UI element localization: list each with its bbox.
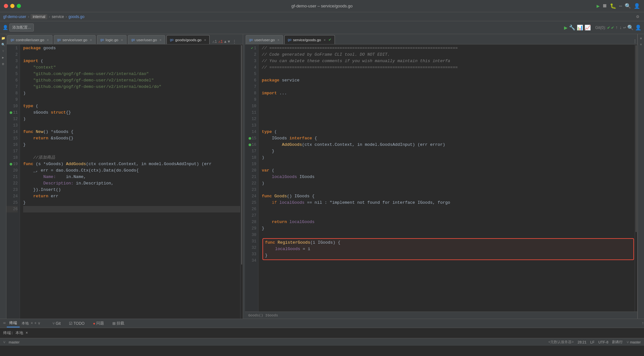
sidebar-extensions-icon[interactable]: ⊞ <box>1 61 6 67</box>
terminal-add-icon[interactable]: + <box>34 321 36 326</box>
run-gutter-15[interactable] <box>249 137 251 140</box>
add-config-button[interactable]: 添加配置... <box>9 23 34 32</box>
run-config-icon[interactable]: ▶ <box>564 24 568 31</box>
git-push-icon[interactable]: ↑ <box>615 25 618 30</box>
tab-error-badge[interactable]: ⚠1 <box>218 39 223 44</box>
run-gutter-10[interactable] <box>10 111 12 114</box>
sidebar-search-icon[interactable]: 🔍 <box>1 42 6 47</box>
breadcrumb-module[interactable]: internal <box>31 14 47 19</box>
bottom-tab-git[interactable]: ⑂ Git <box>50 320 63 327</box>
code-line <box>262 232 635 238</box>
sidebar-right-icon2[interactable]: ≡ <box>639 42 644 47</box>
left-editor-panel: go controller/user.go × go service/user.… <box>6 34 243 319</box>
sidebar-right-icon1[interactable]: ⊞ <box>639 36 644 41</box>
bottom-tab-todo[interactable]: ☑ TODO <box>66 320 87 327</box>
code-line <box>262 109 635 116</box>
tab-right-service-goods[interactable]: go service/goods.go × ✔ <box>284 35 335 44</box>
tab-close-icon[interactable]: × <box>277 38 279 42</box>
todo-icon: ☑ <box>69 321 72 326</box>
profile-icon[interactable]: 👤 <box>3 25 8 30</box>
git-undo-icon[interactable]: ↩ <box>623 25 626 30</box>
tab-user-user[interactable]: go user/user.go × <box>128 35 165 44</box>
tab-chevron-up[interactable]: ▲ <box>224 40 226 44</box>
git-check-icon[interactable]: ✔ <box>607 25 610 30</box>
right-tab-more-icon[interactable]: ⋮ <box>633 39 637 44</box>
close-button[interactable] <box>4 4 8 8</box>
right-scrollbar[interactable] <box>635 44 637 312</box>
bottom-tab-terminal[interactable]: 终端 <box>7 319 20 327</box>
coverage-icon[interactable]: 📊 <box>577 24 583 31</box>
settings-icon[interactable]: ⚙ <box>636 14 639 19</box>
tab-close-icon[interactable]: × <box>159 38 161 42</box>
bottom-tab-mount[interactable]: ⊞ 挂载 <box>110 320 127 327</box>
more-actions-icon[interactable]: ⋯ <box>619 3 622 9</box>
right-code-content[interactable]: // =====================================… <box>259 44 635 312</box>
run-gutter-19[interactable] <box>10 163 12 165</box>
code-line-active <box>23 206 240 212</box>
maximize-button[interactable] <box>17 4 21 8</box>
left-code-content[interactable]: package goods import ( "context" "github… <box>20 44 240 319</box>
tab-goods-goods[interactable]: go goods/goods.go × <box>166 35 210 44</box>
stop-icon[interactable]: ⏹ <box>602 3 607 9</box>
tab-close-icon[interactable]: × <box>121 38 123 42</box>
code-line: } <box>23 200 240 206</box>
search-icon[interactable]: 🔍 <box>625 3 631 9</box>
bottom-tab-problems[interactable]: ● 问题 <box>90 320 107 327</box>
tab-controller-user[interactable]: go controller/user.go × <box>7 35 52 44</box>
tab-service-user[interactable]: go service/user.go × <box>54 35 96 44</box>
tab-close-icon[interactable]: × <box>47 38 49 42</box>
status-right: <无数认服务器> 28:21 LF UTF-8 剧表行 ⑂ master <box>548 340 641 344</box>
status-position[interactable]: 28:21 <box>578 340 587 344</box>
titlebar: gf-demo-user – service/goods.go ▶ ⏹ 🐛 ⋯ … <box>0 0 644 12</box>
tab-warning-badge[interactable]: ⚠1 <box>212 39 217 44</box>
search-toolbar-icon[interactable]: 🔍 <box>627 24 634 31</box>
status-encoding[interactable]: UTF-8 <box>598 340 608 344</box>
go-file-icon: go <box>11 38 14 42</box>
terminal-upload-icon[interactable]: ↑ <box>642 321 644 326</box>
git-update-icon[interactable]: ✔ <box>611 25 614 30</box>
status-lf[interactable]: LF <box>590 340 594 344</box>
run-gutter-16[interactable] <box>249 144 251 146</box>
git-fetch-icon[interactable]: ↓ <box>619 25 622 30</box>
tab-logic[interactable]: go logic.go × <box>97 35 127 44</box>
left-editor-tabs: go controller/user.go × go service/user.… <box>6 34 243 44</box>
sidebar-git-icon[interactable]: ⑂ <box>1 49 6 54</box>
code-line <box>262 187 635 193</box>
breadcrumb-folder[interactable]: service <box>52 14 64 19</box>
code-line: // =====================================… <box>262 64 635 71</box>
status-branch[interactable]: master <box>9 340 20 344</box>
code-line <box>262 103 635 109</box>
account-icon[interactable]: 👤 <box>634 3 640 9</box>
code-line: } <box>262 225 635 232</box>
minimize-button[interactable] <box>10 4 14 8</box>
account-toolbar-icon[interactable]: 👤 <box>635 24 641 31</box>
terminal-content: 终端: 本地 × <box>0 328 644 338</box>
code-line: } <box>23 142 240 148</box>
left-scrollbar[interactable] <box>240 44 243 319</box>
run-icon[interactable]: ▶ <box>597 3 600 9</box>
tab-chevron-down[interactable]: ▼ <box>228 40 230 44</box>
code-line: } <box>262 148 635 155</box>
tab-more-icon[interactable]: ⋮ <box>232 39 236 44</box>
tab-right-close-icon[interactable]: × <box>324 38 326 42</box>
debug-config-icon[interactable]: 🔧 <box>569 24 575 31</box>
sidebar-run-icon[interactable]: ▶ <box>1 55 6 60</box>
code-line: "github.com/gogf/gf-demo-user/v2/interna… <box>23 77 240 84</box>
sidebar-files-icon[interactable]: 📁 <box>1 36 6 41</box>
profiler-icon[interactable]: 📈 <box>584 24 591 31</box>
status-filetype[interactable]: 剧表行 <box>612 340 623 344</box>
code-line: Description: in.Description, <box>23 180 240 187</box>
tab-close-icon[interactable]: × <box>90 38 92 42</box>
terminal-close-icon[interactable]: × <box>31 321 33 326</box>
status-branch-right[interactable]: ⑂ master <box>627 340 641 344</box>
traffic-lights[interactable] <box>4 4 21 8</box>
tab-close-active-icon[interactable]: × <box>204 38 206 42</box>
tab-right-user-user[interactable]: go user/user.go × <box>246 35 283 44</box>
breadcrumb-file[interactable]: goods.go <box>69 14 84 19</box>
breadcrumb: gf-demo-user › internal › service › good… <box>0 12 644 21</box>
debug-icon[interactable]: 🐛 <box>610 3 616 9</box>
breadcrumb-project[interactable]: gf-demo-user <box>3 14 26 19</box>
code-line: "github.com/gogf/gf-demo-user/v2/interna… <box>23 84 240 90</box>
code-line: localGoods IGoods <box>262 174 635 180</box>
terminal-chevron-icon[interactable]: ∨ <box>38 321 40 326</box>
